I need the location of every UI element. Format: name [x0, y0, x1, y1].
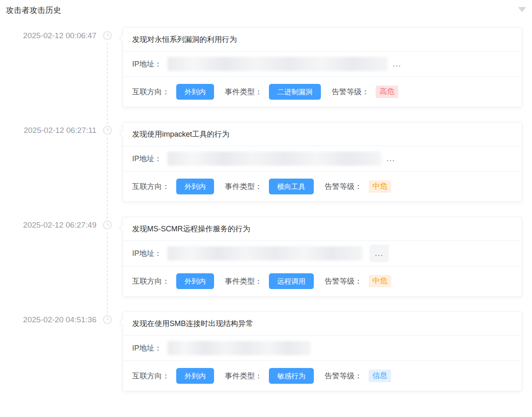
event-card: 发现MS-SCMR远程操作服务的行为 IP地址： ... 互联方向： 外到内 事…: [123, 217, 522, 297]
ip-row: IP地址： ...: [123, 52, 522, 77]
tags-row: 互联方向： 外到内 事件类型： 二进制漏洞 告警等级： 高危: [123, 77, 522, 107]
direction-tag-button[interactable]: 外到内: [176, 273, 214, 289]
event-title: 发现在使用SMB连接时出现结构异常: [123, 312, 522, 336]
event-type-tag-button[interactable]: 敏感行为: [269, 368, 314, 384]
direction-label: 互联方向：: [132, 182, 170, 191]
event-title: 发现使用impacket工具的行为: [123, 123, 522, 146]
clock-icon: [103, 125, 112, 135]
ip-label: IP地址：: [132, 59, 162, 69]
event-title: 发现对永恒系列漏洞的利用行为: [123, 28, 522, 52]
expand-ellipsis-button[interactable]: ...: [369, 245, 389, 262]
event-timestamp: 2025-02-20 04:51:36: [0, 315, 96, 324]
event-type-tag-button[interactable]: 二进制漏洞: [269, 84, 321, 100]
direction-label: 互联方向：: [132, 371, 170, 381]
alert-level-label: 告警等级：: [332, 87, 369, 97]
event-card: 发现对永恒系列漏洞的利用行为 IP地址： ... 互联方向： 外到内 事件类型：…: [123, 27, 522, 107]
event-type-tag-button[interactable]: 横向工具: [269, 179, 314, 194]
clock-icon: [103, 315, 112, 324]
ip-row: IP地址： ...: [123, 241, 522, 266]
timeline-entry: 2025-02-20 04:51:36 发现在使用SMB连接时出现结构异常 IP…: [0, 312, 532, 406]
alert-level-label: 告警等级：: [325, 182, 362, 191]
event-type-tag-button[interactable]: 远程调用: [269, 273, 314, 289]
alert-level-label: 告警等级：: [325, 276, 362, 286]
tags-row: 互联方向： 外到内 事件类型： 远程调用 告警等级： 中危: [123, 266, 522, 296]
alert-level-label: 告警等级：: [325, 371, 362, 381]
direction-label: 互联方向：: [132, 276, 170, 286]
timeline-entry: 2025-02-12 00:06:47 发现对永恒系列漏洞的利用行为 IP地址：…: [0, 27, 532, 122]
redacted-ip-value: [167, 152, 382, 166]
direction-label: 互联方向：: [132, 87, 170, 97]
event-title: 发现MS-SCMR远程操作服务的行为: [123, 217, 522, 241]
timeline-connector: [107, 137, 108, 219]
timeline-connector: [107, 232, 108, 314]
redacted-ip-value: [167, 246, 363, 260]
timeline-connector: [107, 43, 108, 124]
alert-level-badge: 信息: [369, 370, 391, 382]
ip-row: IP地址： ...: [123, 146, 522, 172]
timeline-entry: 2025-02-12 06:27:11 发现使用impacket工具的行为 IP…: [0, 122, 532, 217]
tags-row: 互联方向： 外到内 事件类型： 敏感行为 告警等级： 信息: [123, 361, 522, 391]
direction-tag-button[interactable]: 外到内: [176, 84, 214, 100]
expand-ellipsis-button[interactable]: ...: [387, 155, 395, 162]
ip-label: IP地址：: [132, 154, 162, 164]
event-type-label: 事件类型：: [225, 87, 262, 97]
ip-row: IP地址：: [123, 336, 522, 361]
event-type-label: 事件类型：: [225, 276, 262, 286]
event-timestamp: 2025-02-12 00:06:47: [0, 31, 96, 40]
tags-row: 互联方向： 外到内 事件类型： 横向工具 告警等级： 中危: [123, 172, 522, 201]
event-card: 发现使用impacket工具的行为 IP地址： ... 互联方向： 外到内 事件…: [123, 122, 522, 202]
alert-level-badge: 高危: [376, 86, 398, 98]
ip-label: IP地址：: [132, 248, 162, 258]
event-type-label: 事件类型：: [225, 371, 262, 381]
alert-level-badge: 中危: [369, 180, 391, 193]
direction-tag-button[interactable]: 外到内: [176, 368, 214, 384]
event-timestamp: 2025-02-12 06:27:11: [0, 126, 96, 135]
page-title: 攻击者攻击历史: [6, 5, 61, 16]
event-card: 发现在使用SMB连接时出现结构异常 IP地址： 互联方向： 外到内 事件类型： …: [123, 312, 522, 391]
clock-icon: [103, 31, 112, 40]
redacted-ip-value: [167, 57, 388, 71]
event-timestamp: 2025-02-12 06:27:49: [0, 221, 96, 230]
expand-ellipsis-button[interactable]: ...: [393, 60, 401, 68]
event-type-label: 事件类型：: [225, 182, 262, 191]
direction-tag-button[interactable]: 外到内: [176, 179, 214, 194]
alert-level-badge: 中危: [369, 275, 391, 287]
attack-history-panel: 攻击者攻击历史 2025-02-12 00:06:47 发现对永恒系列漏洞的利用…: [0, 0, 532, 417]
clock-icon: [103, 220, 112, 230]
collapse-caret-icon[interactable]: [518, 7, 526, 12]
redacted-ip-value: [167, 341, 311, 355]
timeline-entry: 2025-02-12 06:27:49 发现MS-SCMR远程操作服务的行为 I…: [0, 217, 532, 312]
ip-label: IP地址：: [132, 343, 162, 353]
